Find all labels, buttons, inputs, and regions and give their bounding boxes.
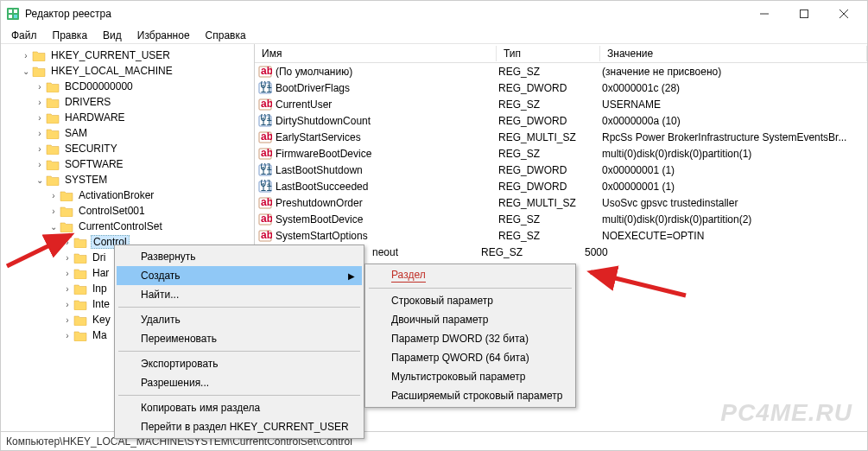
ctx-copy[interactable]: Копировать имя раздела (117, 398, 362, 417)
value-type: REG_MULTI_SZ (498, 197, 602, 209)
annotation-arrow-icon (0, 225, 82, 272)
folder-icon (32, 50, 46, 61)
value-row[interactable]: LastBootShutdown REG_DWORD 0x00000001 (1… (255, 162, 867, 178)
tree-item[interactable]: › DRIVERS (1, 94, 254, 110)
tree-label[interactable]: SOFTWARE (63, 158, 125, 170)
tree-twisty-icon[interactable]: › (61, 300, 73, 309)
tree-twisty-icon[interactable]: › (34, 129, 46, 138)
sub-expand[interactable]: Расширяемый строковый параметр (367, 386, 573, 405)
tree-label[interactable]: DRIVERS (63, 96, 112, 108)
tree-label[interactable]: HARDWARE (63, 111, 127, 124)
value-row[interactable]: BootDriverFlags REG_DWORD 0x0000001c (28… (255, 79, 867, 96)
string-value-icon (258, 213, 272, 226)
value-row[interactable]: CurrentUser REG_SZ USERNAME (255, 96, 867, 112)
tree-label[interactable]: SECURITY (63, 143, 119, 155)
string-value-icon (258, 98, 272, 111)
minimize-button[interactable] (744, 1, 784, 27)
tree-label[interactable]: ActivationBroker (77, 189, 155, 201)
tree-item[interactable]: › BCD00000000 (1, 79, 254, 94)
value-row[interactable]: SystemStartOptions REG_SZ NOEXECUTE=OPTI… (255, 227, 867, 244)
ctx-delete[interactable]: Удалить (117, 310, 362, 329)
tree-twisty-icon[interactable]: › (34, 144, 46, 154)
context-submenu-create[interactable]: Раздел Строковый параметр Двоичный парам… (364, 264, 576, 408)
tree-item[interactable]: ⌄ SYSTEM (1, 172, 254, 187)
sub-dword[interactable]: Параметр DWORD (32 бита) (367, 329, 573, 348)
tree-item[interactable]: › HARDWARE (1, 110, 254, 125)
tree-twisty-icon[interactable]: › (34, 98, 46, 107)
tree-item[interactable]: › SECURITY (1, 141, 254, 156)
value-name: LastBootShutdown (276, 164, 498, 176)
sub-binary[interactable]: Двоичный параметр (367, 310, 573, 329)
tree-twisty-icon[interactable]: › (34, 160, 46, 169)
value-row[interactable]: LastBootSucceeded REG_DWORD 0x00000001 (… (255, 178, 867, 194)
ctx-export[interactable]: Экспортировать (117, 354, 362, 373)
tree-item[interactable]: › HKEY_CURRENT_USER (1, 48, 254, 63)
value-type: REG_DWORD (498, 164, 602, 176)
folder-icon (60, 190, 73, 201)
tree-twisty-icon[interactable]: ⌄ (34, 175, 46, 185)
value-row[interactable]: DirtyShutdownCount REG_DWORD 0x0000000a … (255, 112, 867, 129)
tree-label[interactable]: CurrentControlSet (77, 220, 164, 232)
value-row[interactable]: (По умолчанию) REG_SZ (значение не присв… (255, 63, 867, 79)
value-row[interactable]: SystemBootDevice REG_SZ multi(0)disk(0)r… (255, 211, 867, 227)
value-data: USERNAME (602, 98, 867, 111)
tree-label[interactable]: Inp (91, 283, 109, 295)
menu-favorites[interactable]: Избранное (130, 28, 197, 43)
tree-item[interactable]: › SOFTWARE (1, 156, 254, 172)
close-button[interactable] (824, 1, 864, 27)
tree-label[interactable]: Key (91, 314, 112, 326)
column-type[interactable]: Тип (497, 46, 600, 61)
context-menu[interactable]: Развернуть Создать▶ Найти... Удалить Пер… (114, 245, 364, 439)
tree-label[interactable]: Ma (91, 329, 109, 341)
tree-item[interactable]: ⌄ HKEY_LOCAL_MACHINE (1, 63, 254, 79)
ctx-rename[interactable]: Переименовать (117, 329, 362, 348)
tree-label[interactable]: ControlSet001 (77, 205, 147, 217)
ctx-expand[interactable]: Развернуть (117, 247, 362, 266)
menu-help[interactable]: Справка (199, 28, 253, 43)
value-row[interactable]: PreshutdownOrder REG_MULTI_SZ UsoSvc gps… (255, 194, 867, 211)
window-title: Редактор реестра (25, 8, 744, 20)
tree-label[interactable]: SYSTEM (63, 174, 109, 186)
tree-twisty-icon[interactable]: › (61, 331, 73, 340)
tree-item[interactable]: › SAM (1, 125, 254, 141)
tree-label[interactable]: SAM (63, 127, 89, 139)
tree-twisty-icon[interactable]: › (34, 82, 46, 92)
column-name[interactable]: Имя (255, 46, 497, 61)
tree-twisty-icon[interactable]: › (48, 191, 60, 200)
tree-label[interactable]: HKEY_CURRENT_USER (49, 49, 172, 61)
tree-label[interactable]: Har (91, 267, 111, 279)
tree-twisty-icon[interactable]: › (48, 206, 60, 216)
tree-label[interactable]: Inte (91, 298, 111, 310)
value-row[interactable]: FirmwareBootDevice REG_SZ multi(0)disk(0… (255, 145, 867, 162)
value-row[interactable]: EarlyStartServices REG_MULTI_SZ RpcSs Po… (255, 129, 867, 145)
ctx-perms[interactable]: Разрешения... (117, 373, 362, 392)
column-value[interactable]: Значение (600, 46, 867, 61)
tree-item[interactable]: › ControlSet001 (1, 203, 254, 219)
tree-twisty-icon[interactable]: › (34, 113, 46, 123)
ctx-create[interactable]: Создать▶ (117, 266, 362, 285)
tree-twisty-icon[interactable]: ⌄ (20, 67, 32, 76)
menu-file[interactable]: Файл (4, 28, 44, 43)
maximize-button[interactable] (784, 1, 824, 27)
tree-twisty-icon[interactable]: › (20, 51, 32, 60)
menu-edit[interactable]: Правка (46, 28, 95, 43)
sub-string[interactable]: Строковый параметр (367, 291, 573, 310)
ctx-find[interactable]: Найти... (117, 285, 362, 304)
value-type: REG_DWORD (498, 181, 602, 193)
menu-view[interactable]: Вид (96, 28, 129, 43)
tree-label[interactable]: HKEY_LOCAL_MACHINE (49, 65, 174, 77)
tree-label[interactable]: Dri (91, 251, 107, 264)
sub-key[interactable]: Раздел (367, 266, 573, 285)
tree-label[interactable]: BCD00000000 (63, 80, 135, 92)
tree-twisty-icon[interactable]: › (61, 284, 73, 294)
sub-multi[interactable]: Мультистроковый параметр (367, 367, 573, 386)
value-data: 0x00000001 (1) (602, 164, 867, 176)
value-data: NOEXECUTE=OPTIN (602, 230, 867, 242)
folder-icon (46, 128, 60, 139)
ctx-goto[interactable]: Перейти в раздел HKEY_CURRENT_USER (117, 417, 362, 436)
tree-twisty-icon[interactable]: › (61, 315, 73, 325)
titlebar[interactable]: Редактор реестра (1, 1, 867, 27)
binary-value-icon (258, 114, 272, 128)
tree-item[interactable]: › ActivationBroker (1, 187, 254, 203)
sub-qword[interactable]: Параметр QWORD (64 бита) (367, 348, 573, 367)
